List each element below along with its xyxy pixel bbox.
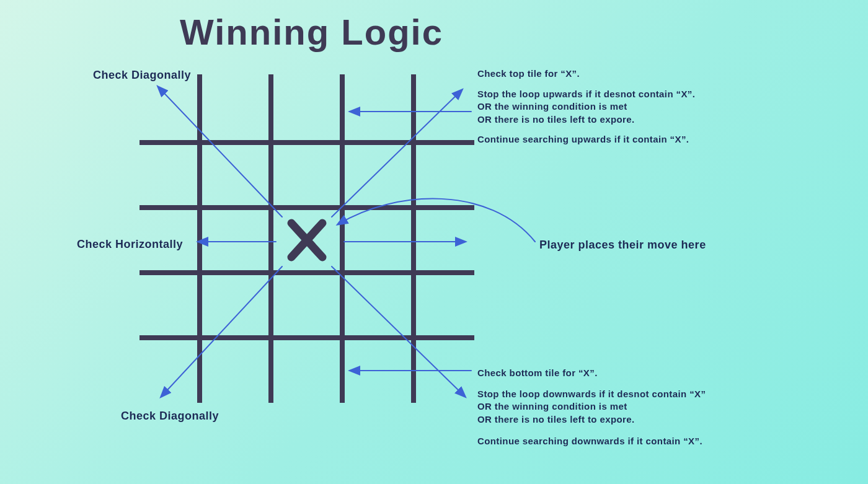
bottom-block-line1: Check bottom tile for “X”. <box>477 367 598 379</box>
game-grid <box>140 74 474 403</box>
arrow-player-move-curve <box>338 199 535 242</box>
top-block-line2: Stop the loop upwards if it desnot conta… <box>477 88 695 126</box>
diagram-stage: Winning Logic Check Diagonally Check Hor… <box>0 0 868 484</box>
label-check-diagonally-top: Check Diagonally <box>93 69 191 82</box>
x-mark <box>291 223 322 257</box>
label-check-horizontally: Check Horizontally <box>77 238 183 251</box>
page-title: Winning Logic <box>180 11 443 53</box>
top-block-line1: Check top tile for “X”. <box>477 68 580 80</box>
svg-line-8 <box>291 223 322 257</box>
arrow-diag-down-right <box>332 266 465 397</box>
svg-line-9 <box>291 223 322 257</box>
arrow-diag-up-right <box>332 90 462 217</box>
bottom-block-line3: Continue searching downwards if it conta… <box>477 435 702 447</box>
label-player-move: Player places their move here <box>539 239 706 252</box>
arrow-diag-down-left <box>161 266 282 397</box>
bottom-block-line2: Stop the loop downwards if it desnot con… <box>477 388 706 426</box>
top-block-line3: Continue searching upwards if it contain… <box>477 133 689 146</box>
arrow-diag-up-left <box>158 87 282 217</box>
label-check-diagonally-bottom: Check Diagonally <box>121 410 219 423</box>
